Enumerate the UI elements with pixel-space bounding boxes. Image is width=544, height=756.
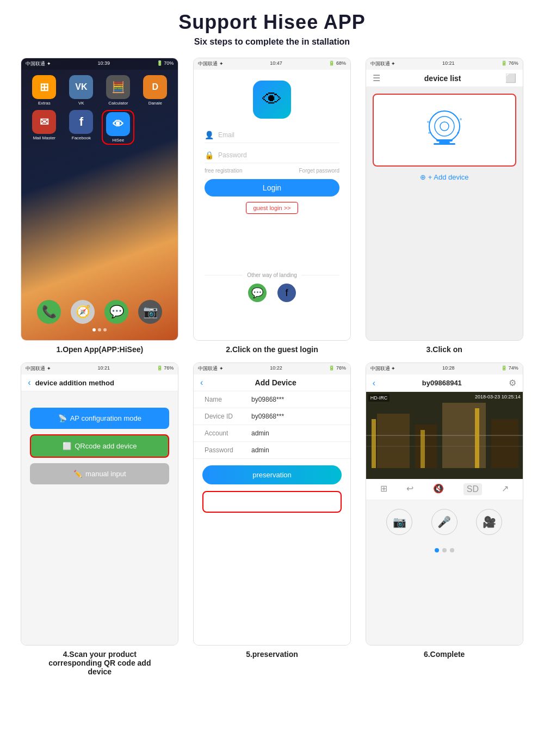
record-button[interactable]: 🎥	[476, 509, 502, 535]
time-3: 10:21	[442, 60, 455, 67]
app-vk[interactable]: VK VK	[65, 75, 97, 106]
time-1: 10:39	[98, 60, 110, 67]
danale-icon: D	[143, 75, 167, 99]
svg-point-9	[428, 132, 430, 134]
camera-device-name: by09868941	[422, 379, 462, 387]
mute-icon[interactable]: 🔇	[433, 483, 444, 495]
manual-input-button[interactable]: ✏️ manual input	[30, 463, 169, 484]
status-bar-2: 中国联通 ✦ 10:47 🔋 68%	[194, 58, 350, 70]
app-facebook[interactable]: f Facebook	[65, 110, 97, 145]
add-device-label: + Add device	[428, 173, 469, 181]
step-2-container: 中国联通 ✦ 10:47 🔋 68% 👁 👤 Email 🔒 Password …	[189, 58, 356, 354]
register-link[interactable]: free registration	[205, 168, 242, 174]
page-indicator	[21, 328, 178, 331]
app-mailmaster[interactable]: ✉ Mail Master	[28, 110, 60, 145]
settings-icon[interactable]: ⚙	[509, 378, 516, 388]
action-row: 📷 🎤 🎥	[366, 500, 523, 544]
step-5-container: 中国联通 ✦ 10:22 🔋 76% ‹ Add Device Name by0…	[189, 362, 356, 676]
step-4-container: 中国联通 ✦ 10:21 🔋 76% ‹ device addition met…	[16, 362, 183, 676]
svg-rect-14	[491, 419, 518, 468]
name-row: Name by09868***	[194, 391, 350, 408]
add-device-title: Add Device	[207, 378, 344, 387]
email-icon: 👤	[205, 131, 214, 139]
battery-1: 🔋 70%	[157, 60, 174, 67]
login-links: free registration Forget password	[205, 168, 339, 174]
refresh-icon[interactable]: ↩	[406, 483, 413, 495]
deviceid-row: Device ID by09868***	[194, 408, 350, 425]
camera-dock-icon[interactable]: 📷	[138, 300, 162, 324]
time-5: 10:22	[270, 365, 282, 372]
camera-illustration	[417, 106, 472, 155]
expand-icon[interactable]: ↗	[502, 483, 509, 495]
step-6-container: 中国联通 ✦ 10:28 🔋 74% ‹ by09868941 ⚙ HD-IRC…	[361, 362, 528, 676]
manual-label: manual input	[85, 470, 126, 478]
ap-icon: 📡	[58, 414, 67, 422]
guest-login-wrapper: guest login >>	[194, 202, 350, 214]
back-button-4[interactable]: ‹	[28, 378, 30, 388]
phone6-background: 中国联通 ✦ 10:28 🔋 74% ‹ by09868941 ⚙ HD-IRC…	[366, 363, 523, 645]
lock-icon: 🔒	[205, 151, 214, 159]
add-device-header: ‹ Add Device	[194, 374, 350, 391]
sd-icon[interactable]: SD	[463, 483, 482, 495]
carrier-5: 中国联通 ✦	[198, 365, 224, 372]
grid-icon[interactable]: ⊞	[380, 483, 387, 495]
page-dot-1	[435, 548, 439, 552]
svg-point-6	[427, 121, 429, 123]
highlight-box	[202, 491, 342, 513]
app-extras[interactable]: ⊞ Extras	[28, 75, 60, 106]
share-icon[interactable]: ⬜	[505, 73, 516, 83]
carrier-6: 中国联通 ✦	[370, 365, 396, 372]
phone-icon[interactable]: 📞	[37, 300, 61, 324]
back-button-5[interactable]: ‹	[200, 378, 203, 388]
email-field[interactable]: 👤 Email	[205, 127, 339, 143]
snapshot-button[interactable]: 📷	[386, 509, 412, 535]
page-dot-3	[450, 548, 454, 552]
login-logo-wrapper: 👁	[194, 81, 350, 119]
step-4-label: 4.Scan your product corresponding QR cod…	[45, 650, 154, 676]
step-3-container: 中国联通 ✦ 10:21 🔋 76% ☰ device list ⬜	[361, 58, 528, 354]
menu-icon[interactable]: ☰	[373, 73, 380, 83]
facebook-login-icon[interactable]: f	[277, 284, 296, 302]
phone-screen-4: 中国联通 ✦ 10:21 🔋 76% ‹ device addition met…	[21, 362, 178, 646]
guest-login-button[interactable]: guest login >>	[246, 202, 298, 214]
row-1: 中国联通 ✦ 10:39 🔋 70% ⊞ Extras VK VK 🧮	[16, 58, 528, 354]
camera-feed: HD-IRC 2018-03-23 10:25:14	[366, 392, 523, 479]
forgot-link[interactable]: Forget password	[299, 168, 339, 174]
app-hisee[interactable]: 👁 HiSee	[102, 110, 134, 145]
ap-label: AP configuration mode	[70, 414, 141, 422]
battery-5: 🔋 76%	[329, 365, 346, 372]
qrcode-button[interactable]: ⬜ QRcode add device	[30, 434, 169, 458]
device-card	[373, 94, 516, 167]
phone3-background: 中国联通 ✦ 10:21 🔋 76% ☰ device list ⬜	[366, 58, 523, 340]
messages-icon[interactable]: 💬	[104, 300, 128, 324]
preservation-button[interactable]: preservation	[202, 465, 342, 484]
app-grid: ⊞ Extras VK VK 🧮 Calculator D Danale	[21, 70, 178, 150]
device-addition-header: ‹ device addition method	[21, 374, 178, 391]
carrier-2: 中国联通 ✦	[198, 60, 224, 67]
add-device-button[interactable]: ⊕ + Add device	[366, 173, 523, 181]
app-calculator[interactable]: 🧮 Calculator	[102, 75, 134, 106]
device-addition-title: device addition method	[35, 379, 114, 387]
app-danale[interactable]: D Danale	[139, 75, 171, 106]
carrier-1: 中国联通 ✦	[26, 60, 51, 67]
wechat-icon[interactable]: 💬	[248, 284, 267, 302]
facebook-icon: f	[69, 110, 93, 134]
name-label: Name	[205, 396, 243, 403]
svg-point-7	[460, 118, 462, 120]
ap-config-button[interactable]: 📡 AP configuration mode	[30, 408, 169, 429]
dot-1	[92, 328, 96, 331]
login-button[interactable]: Login	[205, 179, 339, 196]
page-title: Support Hisee APP	[16, 11, 528, 34]
warehouse-svg	[366, 392, 523, 479]
divider-left	[205, 275, 243, 275]
page-dots	[366, 548, 523, 552]
time-6: 10:28	[442, 365, 455, 372]
phone1-background: 中国联通 ✦ 10:39 🔋 70% ⊞ Extras VK VK 🧮	[21, 58, 178, 340]
safari-icon[interactable]: 🧭	[71, 300, 95, 324]
mic-button[interactable]: 🎤	[431, 509, 458, 535]
back-button-6[interactable]: ‹	[373, 378, 375, 388]
password-field[interactable]: 🔒 Password	[205, 147, 339, 163]
device-list-header: ☰ device list ⬜	[366, 70, 523, 87]
step-1-container: 中国联通 ✦ 10:39 🔋 70% ⊞ Extras VK VK 🧮	[16, 58, 183, 354]
extras-icon: ⊞	[32, 75, 56, 99]
